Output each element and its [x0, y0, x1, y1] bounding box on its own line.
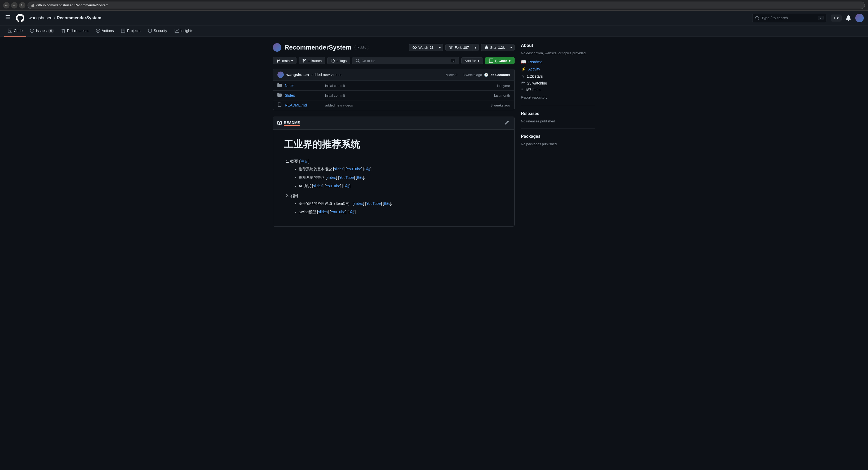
fork-label: Fork [455, 45, 462, 50]
readme-link[interactable]: slides [327, 176, 336, 180]
tab-code[interactable]: Code [4, 25, 26, 37]
tab-security[interactable]: Security [144, 25, 171, 37]
readme-link[interactable]: slides [334, 167, 344, 171]
list-item: 推荐系统的基本概念 [slides] [YouTube] [B站]. [299, 165, 504, 173]
actions-icon [96, 29, 100, 33]
main-content: RecommenderSystem Public Watch 23 ▾ [265, 37, 603, 233]
file-commit-msg: initial commit [325, 94, 491, 97]
code-angle-icon [489, 59, 493, 63]
about-stars-link[interactable]: ☆ 1.2k stars [521, 74, 595, 79]
commit-bar: wangshusen added new videos 68cc6f3 · 3 … [273, 69, 515, 81]
list-item: 基于物品的协同过滤（ItemCF） [slides] [YouTube] [B站… [299, 200, 504, 207]
readme-link[interactable]: B站 [348, 210, 354, 214]
readme-link[interactable]: slides [354, 201, 363, 206]
fork-button[interactable]: Fork 187 [445, 44, 472, 51]
forward-button[interactable]: → [11, 2, 18, 8]
about-readme-link[interactable]: 📖 Readme [521, 59, 595, 64]
github-logo[interactable] [16, 14, 24, 22]
tab-projects-label: Projects [127, 29, 141, 33]
commit-author-name[interactable]: wangshusen [286, 72, 309, 77]
readme-title-row: README [277, 121, 300, 126]
readme-link[interactable]: YouTube [331, 210, 345, 214]
readme-sidebar-link[interactable]: Readme [528, 60, 542, 64]
star-button[interactable]: Star 1.2k [481, 44, 508, 51]
commit-message: added new videos [312, 72, 342, 77]
readme-link[interactable]: B站 [384, 201, 390, 206]
add-file-button[interactable]: Add file ▾ [461, 57, 483, 64]
tab-insights[interactable]: Insights [171, 25, 197, 37]
refresh-button[interactable]: ↻ [19, 2, 25, 8]
tab-insights-label: Insights [180, 29, 193, 33]
readme-link[interactable]: 讲义 [300, 159, 308, 163]
fork-dropdown-button[interactable]: ▾ [472, 44, 479, 51]
readme-link[interactable]: B站 [364, 167, 370, 171]
breadcrumb-user[interactable]: wangshusen [29, 15, 53, 21]
search-placeholder: Type / to search [762, 16, 788, 20]
about-section: About No description, website, or topics… [521, 43, 595, 99]
branches-count-button[interactable]: 1 Branch [299, 57, 325, 64]
commit-hash[interactable]: 68cc6f3 [445, 73, 458, 77]
global-search-bar[interactable]: Type / to search / [752, 14, 827, 22]
readme-link[interactable]: slides [318, 210, 328, 214]
url-bar[interactable]: github.com/wangshusen/RecommenderSystem [28, 2, 865, 9]
folder-svg-icon [277, 83, 282, 87]
watch-dropdown-button[interactable]: ▾ [437, 44, 443, 51]
commit-author-avatar [277, 71, 284, 78]
about-activity-link[interactable]: ⚡ Activity [521, 66, 595, 71]
readme-edit-button[interactable] [504, 120, 510, 127]
report-repository-link[interactable]: Report repository [521, 95, 548, 99]
tab-actions[interactable]: Actions [92, 25, 118, 37]
back-button[interactable]: ← [3, 2, 9, 8]
readme-link[interactable]: YouTube [347, 167, 361, 171]
user-avatar[interactable] [855, 14, 864, 22]
hamburger-menu[interactable] [4, 13, 12, 22]
commits-link[interactable]: 56 Commits [490, 73, 510, 77]
browser-nav-controls: ← → ↻ [3, 2, 25, 8]
notifications-button[interactable] [845, 14, 852, 22]
code-icon [8, 29, 12, 33]
file-name[interactable]: Notes [285, 84, 322, 88]
star-icon [484, 45, 489, 50]
tab-projects[interactable]: Projects [117, 25, 144, 37]
readme-link[interactable]: B站 [343, 184, 349, 188]
readme-link[interactable]: B站 [357, 176, 363, 180]
projects-icon [121, 29, 125, 33]
commits-count: 56 Commits [490, 73, 510, 77]
tags-count-button[interactable]: 0 Tags [327, 57, 350, 64]
nav-actions: + ▾ [831, 14, 864, 22]
readme-link[interactable]: slides [313, 184, 322, 188]
readme-main-heading: 工业界的推荐系统 [284, 138, 504, 151]
activity-sidebar-link[interactable]: Activity [528, 67, 540, 71]
repo-title: RecommenderSystem [285, 44, 351, 51]
tab-pullrequests[interactable]: Pull requests [58, 25, 92, 37]
star-dropdown-button[interactable]: ▾ [508, 44, 515, 51]
watch-btn-group: Watch 23 ▾ [409, 44, 443, 51]
star-small-icon: ☆ [521, 74, 525, 79]
watch-button[interactable]: Watch 23 [409, 44, 437, 51]
about-watching-link[interactable]: 👁 23 watching [521, 81, 595, 86]
list-item: 概要 [讲义] 推荐系统的基本概念 [slides] [YouTube] [B站… [290, 157, 504, 190]
readme-link[interactable]: YouTube [339, 176, 354, 180]
repo-owner-avatar [273, 43, 281, 52]
sidebar-divider-2 [521, 128, 595, 129]
table-row: Slides initial commit last month [273, 91, 514, 100]
tab-issues[interactable]: Issues 6 [26, 25, 57, 37]
readme-link[interactable]: YouTube [366, 201, 381, 206]
readme-link[interactable]: YouTube [326, 184, 340, 188]
go-to-file-button[interactable]: Go to file t [352, 57, 459, 64]
branches-count: 1 Branch [308, 59, 322, 63]
new-item-button[interactable]: + ▾ [831, 14, 841, 22]
code-button[interactable]: ◇ Code ▾ [485, 57, 515, 64]
pencil-icon [505, 121, 509, 125]
readme-section: README 工业界的推荐系统 概要 [讲义] 推荐系统的基本概念 [slide [273, 117, 515, 226]
file-name[interactable]: Slides [285, 93, 322, 97]
readme-list: 概要 [讲义] 推荐系统的基本概念 [slides] [YouTube] [B站… [284, 157, 504, 216]
packages-title: Packages [521, 134, 595, 139]
public-badge: Public [354, 45, 369, 50]
about-forks-link[interactable]: ⑂ 187 forks [521, 88, 595, 92]
breadcrumb-repo[interactable]: RecommenderSystem [57, 15, 101, 21]
fork-small-icon: ⑂ [521, 88, 523, 92]
breadcrumb-separator: / [54, 15, 55, 21]
file-name[interactable]: README.md [285, 103, 322, 107]
branch-selector[interactable]: main ▾ [273, 57, 297, 64]
